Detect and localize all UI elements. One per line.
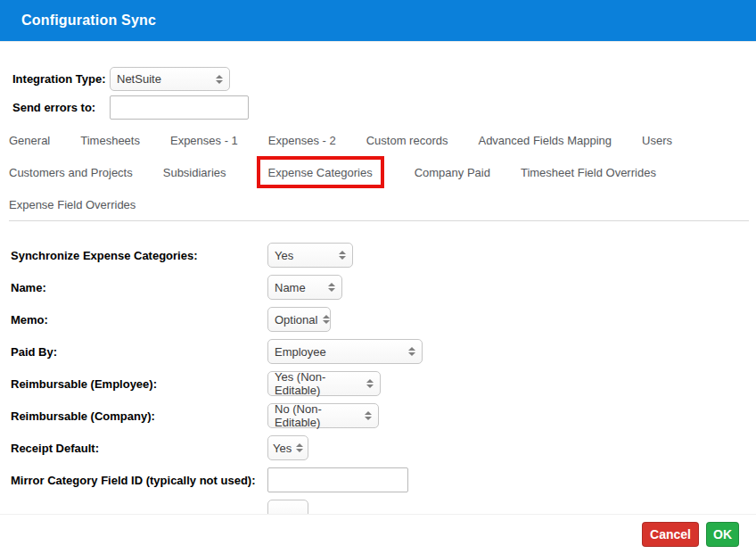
reimbursable-employee-value: Yes (Non-Editable): [275, 370, 361, 397]
configuration-sync-dialog: Configuration Sync Integration Type: Net…: [0, 0, 756, 554]
select-arrows-icon: [328, 283, 335, 292]
integration-type-value: NetSuite: [117, 72, 161, 86]
paid-by-label: Paid By:: [11, 345, 267, 359]
reimbursable-company-select[interactable]: No (Non-Editable): [267, 403, 379, 428]
send-errors-row: Send errors to:: [12, 95, 756, 120]
top-fields: Integration Type: NetSuite Send errors t…: [12, 67, 756, 120]
tab-customers-and-projects[interactable]: Customers and Projects: [9, 156, 133, 188]
cancel-button[interactable]: Cancel: [642, 522, 699, 547]
send-errors-label: Send errors to:: [12, 101, 110, 114]
receipt-default-label: Receipt Default:: [11, 442, 267, 455]
integration-type-select[interactable]: NetSuite: [110, 67, 230, 91]
tab-custom-records[interactable]: Custom records: [366, 124, 448, 156]
reimbursable-company-value: No (Non-Editable): [275, 402, 359, 429]
tab-expenses-2[interactable]: Expenses - 2: [268, 124, 336, 156]
tab-users[interactable]: Users: [642, 124, 672, 156]
tab-subsidiaries[interactable]: Subsidiaries: [163, 156, 226, 188]
clipped-next-row: [11, 500, 756, 514]
memo-select[interactable]: Optional: [267, 307, 331, 332]
select-arrows-icon: [323, 315, 330, 324]
mirror-category-field-id-input[interactable]: [267, 467, 408, 492]
synchronize-expense-categories-select[interactable]: Yes: [267, 243, 353, 268]
select-arrows-icon: [339, 251, 346, 260]
tab-general[interactable]: General: [9, 124, 50, 156]
paid-by-row: Paid By: Employee: [11, 339, 756, 364]
clipped-partial-select[interactable]: [267, 500, 308, 514]
name-value: Name: [275, 281, 306, 294]
reimbursable-employee-select[interactable]: Yes (Non-Editable): [267, 371, 381, 396]
name-row: Name: Name: [11, 275, 756, 300]
tab-advanced-fields-mapping[interactable]: Advanced Fields Mapping: [478, 124, 612, 156]
memo-value: Optional: [275, 313, 317, 327]
dialog-header: Configuration Sync: [0, 0, 756, 41]
receipt-default-value: Yes: [273, 442, 292, 455]
reimbursable-employee-label: Reimbursable (Employee):: [11, 377, 267, 391]
paid-by-select[interactable]: Employee: [267, 339, 423, 364]
select-arrows-icon: [365, 411, 372, 420]
paid-by-value: Employee: [275, 345, 326, 359]
integration-type-label: Integration Type:: [12, 72, 110, 86]
tab-expense-field-overrides[interactable]: Expense Field Overrides: [9, 188, 136, 220]
dialog-title: Configuration Sync: [21, 12, 156, 29]
tab-timesheets[interactable]: Timesheets: [80, 124, 140, 156]
dialog-footer: Cancel OK: [0, 514, 756, 554]
synchronize-expense-categories-row: Synchronize Expense Categories: Yes: [11, 243, 756, 268]
mirror-category-field-id-row: Mirror Category Field ID (typically not …: [11, 467, 756, 492]
memo-label: Memo:: [11, 313, 267, 327]
select-arrows-icon: [366, 379, 374, 388]
name-label: Name:: [11, 281, 267, 294]
memo-row: Memo: Optional: [11, 307, 756, 332]
ok-button[interactable]: OK: [706, 522, 739, 547]
reimbursable-company-label: Reimbursable (Company):: [11, 409, 267, 423]
receipt-default-select[interactable]: Yes: [267, 435, 308, 460]
tab-timesheet-field-overrides[interactable]: Timesheet Field Overrides: [521, 156, 656, 188]
receipt-default-row: Receipt Default: Yes: [11, 435, 756, 460]
integration-type-row: Integration Type: NetSuite: [12, 67, 756, 91]
reimbursable-employee-row: Reimbursable (Employee): Yes (Non-Editab…: [11, 371, 756, 396]
reimbursable-company-row: Reimbursable (Company): No (Non-Editable…: [11, 403, 756, 428]
send-errors-input[interactable]: [110, 95, 249, 120]
synchronize-expense-categories-value: Yes: [275, 249, 293, 262]
mirror-category-field-id-label: Mirror Category Field ID (typically not …: [11, 474, 267, 487]
tab-expense-categories[interactable]: Expense Categories: [257, 156, 384, 188]
tab-expenses-1[interactable]: Expenses - 1: [170, 124, 238, 156]
tab-bar: General Timesheets Expenses - 1 Expenses…: [9, 124, 749, 221]
tab-company-paid[interactable]: Company Paid: [415, 156, 490, 188]
expense-categories-panel: Synchronize Expense Categories: Yes Name…: [11, 221, 756, 514]
select-arrows-icon: [216, 75, 223, 84]
synchronize-expense-categories-label: Synchronize Expense Categories:: [11, 249, 267, 262]
name-select[interactable]: Name: [267, 275, 342, 300]
select-arrows-icon: [408, 347, 415, 356]
select-arrows-icon: [296, 443, 303, 452]
